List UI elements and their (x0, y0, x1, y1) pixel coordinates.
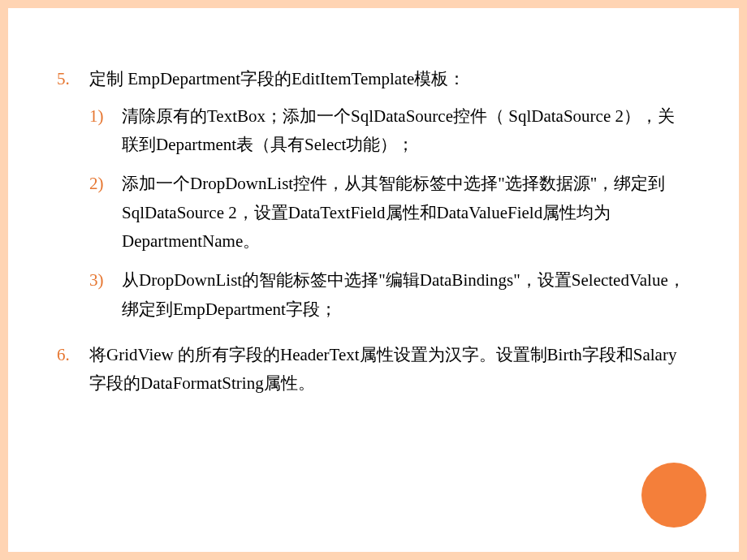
sub-ordered-list: 清除原有的TextBox；添加一个SqlDataSource控件（ SqlDat… (89, 102, 690, 325)
subitem-1: 清除原有的TextBox；添加一个SqlDataSource控件（ SqlDat… (89, 102, 690, 160)
list-item-5: 定制 EmpDepartment字段的EditItemTemplate模板： 清… (57, 65, 690, 325)
item-6-text: 将GridView 的所有字段的HeaderText属性设置为汉字。设置制Bir… (89, 345, 676, 394)
subitem-1-text: 清除原有的TextBox；添加一个SqlDataSource控件（ SqlDat… (122, 106, 675, 155)
subitem-3-text: 从DropDownList的智能标签中选择"编辑DataBindings"，设置… (122, 270, 685, 319)
subitem-3: 从DropDownList的智能标签中选择"编辑DataBindings"，设置… (89, 266, 690, 324)
decorative-circle-icon (641, 463, 706, 528)
subitem-2: 添加一个DropDownList控件，从其智能标签中选择"选择数据源"，绑定到S… (89, 170, 690, 256)
list-item-6: 将GridView 的所有字段的HeaderText属性设置为汉字。设置制Bir… (57, 341, 690, 398)
slide-container: 定制 EmpDepartment字段的EditItemTemplate模板： 清… (8, 8, 739, 552)
subitem-2-text: 添加一个DropDownList控件，从其智能标签中选择"选择数据源"，绑定到S… (122, 174, 665, 251)
item-5-text: 定制 EmpDepartment字段的EditItemTemplate模板： (89, 69, 465, 88)
main-ordered-list: 定制 EmpDepartment字段的EditItemTemplate模板： 清… (57, 65, 690, 398)
